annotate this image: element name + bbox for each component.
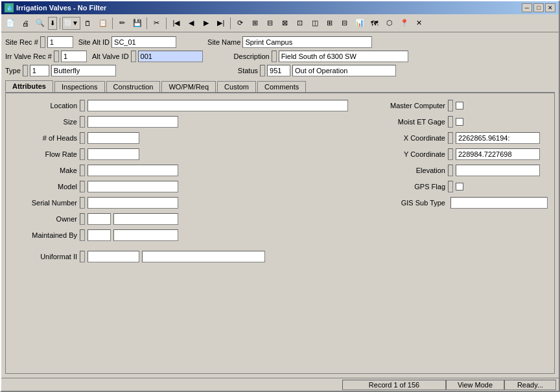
x-coord-label: X Coordinate [368, 134, 445, 142]
moist-et-indicator [448, 116, 453, 128]
gis-btn2[interactable]: 📍 [397, 16, 412, 30]
table-btn[interactable]: 📋 [96, 16, 110, 30]
site-rec-input[interactable] [47, 36, 73, 48]
gis-sub-type-input[interactable] [450, 197, 548, 209]
description-input[interactable] [279, 51, 408, 62]
tab-construction[interactable]: Construction [106, 81, 161, 92]
x-coord-input[interactable] [456, 132, 540, 144]
elevation-label: Elevation [368, 167, 445, 174]
irr-valve-rec-input[interactable] [61, 51, 87, 62]
y-coord-row: Y Coordinate [368, 148, 548, 160]
uniformat-code-input[interactable] [88, 251, 139, 262]
site-name-input[interactable] [242, 36, 372, 48]
uniformat-indicator [80, 251, 85, 262]
site-alt-id-input[interactable] [111, 36, 176, 48]
status-group: Status [238, 65, 396, 76]
nav-btn7[interactable]: ⊞ [323, 16, 337, 30]
model-input[interactable] [88, 181, 178, 192]
filter-dropdown[interactable]: ⬇ [48, 17, 57, 30]
layout-dropdown[interactable]: ⬜▼ [62, 17, 80, 30]
master-computer-checkbox[interactable] [456, 102, 463, 110]
irr-valve-rec-group: Irr Valve Rec # [5, 51, 87, 62]
y-coord-input[interactable] [456, 148, 540, 160]
maximize-button[interactable]: □ [533, 3, 544, 12]
ready-status: Ready... [504, 380, 556, 390]
serial-input[interactable] [88, 197, 178, 209]
owner-code-input[interactable] [88, 213, 111, 225]
site-alt-id-group: Site Alt ID [78, 36, 176, 48]
nav-btn1[interactable]: ⟳ [233, 16, 248, 30]
status-code-input[interactable] [267, 65, 290, 76]
maintained-desc-input[interactable] [113, 229, 178, 241]
status-label: Status [238, 67, 258, 75]
type-label: Type [5, 67, 21, 75]
elevation-indicator [448, 165, 453, 176]
status-value-input[interactable] [292, 65, 396, 76]
moist-et-checkbox[interactable] [456, 118, 463, 126]
type-code-input[interactable] [30, 65, 49, 76]
owner-desc-input[interactable] [113, 213, 178, 225]
header-row-3: Type Status [5, 65, 555, 76]
report-btn[interactable]: 📊 [353, 16, 367, 30]
search-btn[interactable]: 🔍 [33, 16, 47, 30]
nav-btn8[interactable]: ⊟ [338, 16, 352, 30]
maintained-code-input[interactable] [88, 229, 111, 241]
new-btn[interactable]: 📄 [3, 16, 18, 30]
size-indicator [80, 116, 85, 128]
save-btn[interactable]: 💾 [130, 16, 145, 30]
location-label: Location [12, 102, 77, 110]
minimize-button[interactable]: ─ [522, 3, 532, 12]
uniformat-desc-input[interactable] [142, 251, 265, 262]
tab-custom[interactable]: Custom [217, 81, 256, 92]
prev-btn[interactable]: ◀ [184, 16, 198, 30]
toolbar: 📄 🖨 🔍 ⬇ ⬜▼ 🗒 📋 ✏ 💾 ✂ |◀ ◀ ▶ ▶| ⟳ ⊞ ⊟ ⊠ ⊡… [1, 14, 559, 32]
master-computer-indicator [448, 100, 453, 111]
sep3 [145, 16, 149, 30]
nav-btn2[interactable]: ⊞ [248, 16, 262, 30]
close-button[interactable]: ✕ [545, 3, 555, 12]
right-column: Master Computer Moist ET Gage X [368, 100, 548, 262]
flow-rate-input[interactable] [88, 148, 139, 160]
tab-attributes[interactable]: Attributes [5, 80, 53, 92]
alt-valve-id-group: Alt Valve ID [92, 51, 203, 62]
form-btn[interactable]: 🗒 [81, 16, 95, 30]
y-coord-indicator [448, 148, 453, 160]
first-btn[interactable]: |◀ [169, 16, 183, 30]
location-input[interactable] [88, 100, 348, 111]
type-value-input[interactable] [51, 65, 116, 76]
gis-btn1[interactable]: ⬡ [382, 16, 397, 30]
map-btn[interactable]: 🗺 [368, 16, 382, 30]
nav-btn5[interactable]: ⊡ [293, 16, 307, 30]
last-btn[interactable]: ▶| [214, 16, 228, 30]
alt-valve-id-input[interactable] [138, 51, 203, 62]
nav-btn3[interactable]: ⊟ [263, 16, 277, 30]
edit-btn[interactable]: ✏ [115, 16, 130, 30]
alt-valve-indicator [131, 51, 136, 62]
nav-btn4[interactable]: ⊠ [278, 16, 292, 30]
gps-flag-row: GPS Flag [368, 181, 548, 192]
x-coord-row: X Coordinate [368, 132, 548, 144]
make-input[interactable] [88, 165, 178, 176]
elevation-row: Elevation [368, 165, 548, 176]
header-row-2: Irr Valve Rec # Alt Valve ID Description [5, 51, 555, 62]
status-indicator [260, 65, 265, 76]
serial-indicator [80, 197, 85, 209]
app-icon: 💧 [5, 3, 14, 12]
make-row: Make [12, 165, 348, 176]
gps-flag-checkbox[interactable] [456, 183, 463, 190]
tab-wo-pm-req[interactable]: WO/PM/Req [161, 81, 216, 92]
gps-flag-label: GPS Flag [368, 183, 445, 190]
size-input[interactable] [88, 116, 178, 128]
cut-btn[interactable]: ✂ [150, 16, 164, 30]
tab-comments[interactable]: Comments [257, 81, 306, 92]
left-column: Location Size # of Heads [12, 100, 348, 262]
sep2 [111, 16, 115, 30]
size-label: Size [12, 118, 77, 126]
elevation-input[interactable] [456, 165, 540, 176]
close-nav-btn[interactable]: ✕ [412, 16, 426, 30]
heads-input[interactable] [88, 132, 139, 144]
print-btn[interactable]: 🖨 [18, 16, 32, 30]
nav-btn6[interactable]: ◫ [308, 16, 322, 30]
next-btn[interactable]: ▶ [199, 16, 213, 30]
tab-inspections[interactable]: Inspections [54, 81, 105, 92]
